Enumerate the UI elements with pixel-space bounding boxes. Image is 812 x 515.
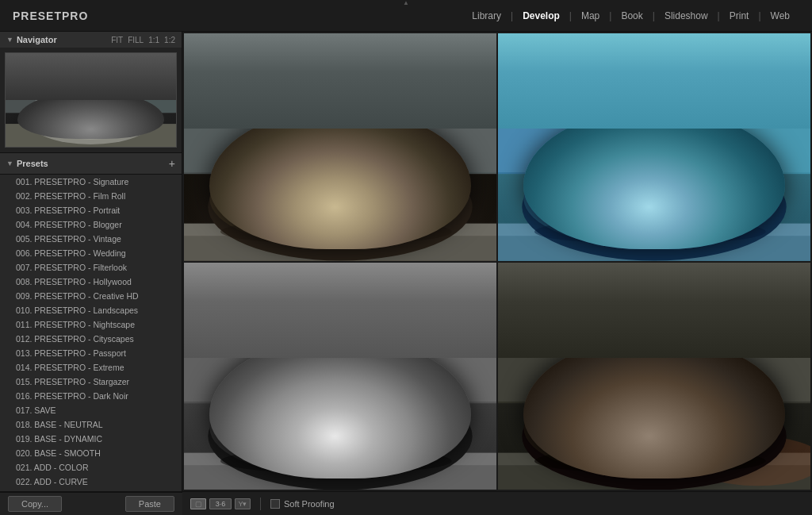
view-icons-group: ▢ 3·6 Y▾	[190, 498, 251, 509]
preset-item[interactable]: 019. BASE - DYNAMIC	[0, 432, 182, 446]
preset-item[interactable]: 023. ADD - FX	[0, 489, 182, 491]
svg-point-74	[609, 391, 659, 411]
left-panel: ▼ Navigator FIT FILL 1:1 1:2	[0, 32, 182, 491]
svg-rect-51	[184, 267, 252, 402]
svg-rect-68	[498, 263, 810, 403]
nav-print[interactable]: Print	[720, 10, 759, 21]
preset-item[interactable]: 009. PRESETPRO - Creative HD	[0, 289, 182, 303]
compare-view-icon[interactable]: 3·6	[209, 498, 232, 509]
svg-rect-4	[146, 62, 176, 113]
navigator-controls: FIT FILL 1:1 1:2	[111, 36, 175, 44]
image-svg-4	[498, 263, 810, 490]
navigator-label: Navigator	[17, 35, 57, 44]
nav-web[interactable]: Web	[761, 10, 799, 21]
bottom-right-toolbar: ▢ 3·6 Y▾ Soft Proofing	[182, 492, 812, 515]
svg-point-87	[534, 448, 766, 473]
preset-item[interactable]: 013. PRESETPRO - Passport	[0, 346, 182, 360]
svg-point-61	[220, 374, 449, 456]
svg-point-20	[208, 153, 472, 260]
svg-rect-11	[184, 33, 496, 174]
image-cell-2[interactable]	[498, 33, 810, 261]
nav-1-1[interactable]: 1:1	[148, 36, 159, 44]
svg-point-58	[208, 382, 472, 490]
main-layout: ▼ Navigator FIT FILL 1:1 1:2	[0, 32, 812, 491]
image-canvas-1	[184, 33, 496, 261]
nav-links: Library | Develop | Map | Book | Slidesh…	[462, 10, 799, 21]
nav-library[interactable]: Library	[462, 10, 511, 21]
svg-point-82	[547, 375, 745, 444]
svg-point-41	[528, 146, 772, 239]
image-grid	[182, 32, 812, 491]
nav-fill[interactable]: FILL	[128, 36, 144, 44]
preset-item[interactable]: 022. ADD - CURVE	[0, 475, 182, 489]
svg-point-7	[31, 91, 151, 139]
svg-point-65	[268, 379, 367, 415]
preset-item[interactable]: 018. BASE - NEUTRAL	[0, 417, 182, 432]
svg-point-80	[528, 375, 772, 467]
preset-item[interactable]: 006. PRESETPRO - Wedding	[0, 246, 182, 260]
navigator-header[interactable]: ▼ Navigator FIT FILL 1:1 1:2	[0, 32, 182, 48]
copy-button[interactable]: Copy...	[8, 496, 62, 512]
image-cell-3[interactable]	[184, 263, 496, 490]
preset-item[interactable]: 015. PRESETPRO - Stargazer	[0, 375, 182, 389]
preset-item[interactable]: 012. PRESETPRO - Cityscapes	[0, 332, 182, 346]
loupe-view-icon[interactable]: Y▾	[235, 498, 251, 509]
image-cell-1[interactable]	[184, 33, 496, 261]
nav-thumbnail	[5, 52, 177, 148]
svg-rect-72	[710, 264, 810, 402]
soft-proofing-checkbox[interactable]	[270, 499, 280, 509]
top-arrow-indicator: ▲	[403, 0, 409, 6]
svg-point-83	[559, 375, 724, 433]
svg-point-28	[270, 152, 335, 176]
nav-fit[interactable]: FIT	[111, 36, 123, 44]
svg-point-79	[523, 378, 779, 477]
presets-add-icon[interactable]: +	[169, 157, 175, 170]
image-canvas-4	[498, 263, 810, 490]
nav-develop[interactable]: Develop	[513, 10, 569, 21]
bottom-left: Copy... Paste	[0, 492, 182, 515]
svg-point-66	[270, 380, 335, 405]
svg-rect-1	[6, 57, 36, 113]
preset-item[interactable]: 001. PRESETPRO - Signature	[0, 175, 182, 189]
svg-point-81	[534, 374, 763, 456]
preset-item[interactable]: 008. PRESETPRO - Hollywood	[0, 275, 182, 289]
grid-view-icon[interactable]: ▢	[190, 498, 206, 509]
image-svg-3	[184, 263, 496, 490]
svg-point-42	[534, 145, 763, 228]
svg-rect-30	[498, 33, 810, 174]
svg-point-17	[295, 163, 345, 183]
nav-book[interactable]: Book	[611, 10, 652, 21]
svg-point-54	[320, 386, 385, 411]
preset-item[interactable]: 016. PRESETPRO - Dark Noir	[0, 389, 182, 403]
presets-header[interactable]: ▼ Presets +	[0, 153, 182, 175]
preset-item[interactable]: 002. PRESETPRO - Film Roll	[0, 189, 182, 203]
preset-item[interactable]: 003. PRESETPRO - Portrait	[0, 203, 182, 217]
svg-point-22	[214, 146, 458, 239]
svg-point-25	[245, 147, 410, 205]
svg-point-6	[27, 93, 155, 144]
preset-item[interactable]: 004. PRESETPRO - Blogger	[0, 217, 182, 232]
svg-point-24	[233, 146, 431, 216]
svg-point-86	[584, 380, 649, 405]
preset-item[interactable]: 017. SAVE	[0, 403, 182, 417]
preset-item[interactable]: 010. PRESETPRO - Landscapes	[0, 303, 182, 317]
paste-button[interactable]: Paste	[125, 496, 174, 512]
image-svg-1	[184, 33, 496, 261]
preset-item[interactable]: 021. ADD - COLOR	[0, 460, 182, 475]
svg-point-29	[220, 219, 452, 244]
preset-item[interactable]: 005. PRESETPRO - Vintage	[0, 232, 182, 246]
nav-1-2[interactable]: 1:2	[164, 36, 175, 44]
nav-map[interactable]: Map	[572, 10, 609, 21]
svg-point-62	[233, 375, 431, 444]
presets-section: ▼ Presets + 001. PRESETPRO - Signature00…	[0, 153, 182, 491]
preset-item[interactable]: 011. PRESETPRO - Nightscape	[0, 317, 182, 332]
preset-item[interactable]: 014. PRESETPRO - Extreme	[0, 360, 182, 375]
preset-item[interactable]: 020. BASE - SMOOTH	[0, 446, 182, 460]
svg-point-73	[634, 386, 699, 411]
toolbar-separator	[260, 498, 261, 510]
nav-slideshow[interactable]: Slideshow	[655, 10, 718, 21]
navigator-preview	[0, 48, 182, 152]
preset-item[interactable]: 007. PRESETPRO - Filterlook	[0, 260, 182, 275]
image-cell-4[interactable]	[498, 263, 810, 490]
presets-chevron: ▼	[6, 159, 13, 167]
